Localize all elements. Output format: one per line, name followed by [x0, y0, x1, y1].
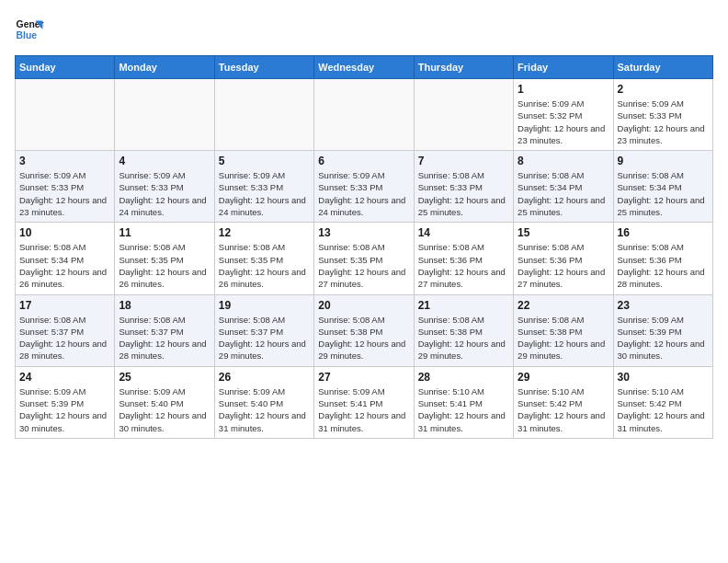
calendar-cell: 30Sunrise: 5:10 AM Sunset: 5:42 PM Dayli…: [613, 366, 712, 438]
day-number: 6: [318, 155, 409, 167]
day-info: Sunrise: 5:08 AM Sunset: 5:35 PM Dayligh…: [318, 241, 409, 290]
calendar-cell: 27Sunrise: 5:09 AM Sunset: 5:41 PM Dayli…: [314, 366, 414, 438]
calendar-week-row: 17Sunrise: 5:08 AM Sunset: 5:37 PM Dayli…: [16, 294, 713, 366]
day-number: 30: [618, 371, 709, 384]
day-info: Sunrise: 5:08 AM Sunset: 5:36 PM Dayligh…: [618, 241, 709, 290]
logo-icon: General Blue: [15, 15, 44, 44]
calendar-cell: 21Sunrise: 5:08 AM Sunset: 5:38 PM Dayli…: [414, 294, 513, 366]
page-header: General Blue: [15, 15, 713, 44]
day-number: 2: [618, 83, 709, 96]
calendar-cell: 14Sunrise: 5:08 AM Sunset: 5:36 PM Dayli…: [414, 223, 513, 294]
day-info: Sunrise: 5:09 AM Sunset: 5:33 PM Dayligh…: [19, 169, 110, 218]
calendar-cell: 22Sunrise: 5:08 AM Sunset: 5:38 PM Dayli…: [514, 294, 613, 366]
day-number: 17: [19, 299, 110, 312]
calendar-cell: [115, 79, 214, 151]
day-info: Sunrise: 5:08 AM Sunset: 5:35 PM Dayligh…: [219, 241, 310, 290]
day-number: 14: [418, 226, 509, 239]
calendar-cell: 8Sunrise: 5:08 AM Sunset: 5:34 PM Daylig…: [514, 151, 613, 223]
calendar-cell: 12Sunrise: 5:08 AM Sunset: 5:35 PM Dayli…: [214, 223, 313, 294]
calendar-cell: 9Sunrise: 5:08 AM Sunset: 5:34 PM Daylig…: [613, 151, 712, 223]
calendar-cell: 19Sunrise: 5:08 AM Sunset: 5:37 PM Dayli…: [214, 294, 313, 366]
calendar-cell: 28Sunrise: 5:10 AM Sunset: 5:41 PM Dayli…: [414, 366, 513, 438]
calendar-cell: 1Sunrise: 5:09 AM Sunset: 5:32 PM Daylig…: [514, 79, 613, 151]
calendar-cell: 11Sunrise: 5:08 AM Sunset: 5:35 PM Dayli…: [115, 223, 214, 294]
calendar-cell: 18Sunrise: 5:08 AM Sunset: 5:37 PM Dayli…: [115, 294, 214, 366]
day-number: 3: [19, 155, 110, 167]
day-number: 15: [518, 226, 609, 239]
day-info: Sunrise: 5:08 AM Sunset: 5:37 PM Dayligh…: [119, 314, 210, 362]
day-info: Sunrise: 5:09 AM Sunset: 5:41 PM Dayligh…: [318, 385, 409, 434]
day-info: Sunrise: 5:09 AM Sunset: 5:39 PM Dayligh…: [618, 314, 709, 362]
day-info: Sunrise: 5:09 AM Sunset: 5:32 PM Dayligh…: [518, 98, 609, 146]
calendar-week-row: 10Sunrise: 5:08 AM Sunset: 5:34 PM Dayli…: [16, 223, 713, 294]
day-info: Sunrise: 5:08 AM Sunset: 5:34 PM Dayligh…: [618, 169, 709, 218]
day-info: Sunrise: 5:08 AM Sunset: 5:38 PM Dayligh…: [318, 314, 409, 362]
day-number: 5: [219, 155, 310, 167]
weekday-header: Wednesday: [314, 56, 414, 79]
day-number: 18: [119, 299, 210, 312]
day-info: Sunrise: 5:09 AM Sunset: 5:33 PM Dayligh…: [618, 98, 709, 146]
calendar-cell: 6Sunrise: 5:09 AM Sunset: 5:33 PM Daylig…: [314, 151, 414, 223]
calendar-cell: [314, 79, 414, 151]
calendar-cell: 17Sunrise: 5:08 AM Sunset: 5:37 PM Dayli…: [16, 294, 115, 366]
day-number: 22: [518, 299, 609, 312]
day-number: 28: [418, 371, 509, 384]
calendar-cell: [16, 79, 115, 151]
calendar-cell: 25Sunrise: 5:09 AM Sunset: 5:40 PM Dayli…: [115, 366, 214, 438]
day-number: 24: [19, 371, 110, 384]
calendar-table: SundayMondayTuesdayWednesdayThursdayFrid…: [15, 55, 713, 439]
calendar-week-row: 24Sunrise: 5:09 AM Sunset: 5:39 PM Dayli…: [16, 366, 713, 438]
calendar-cell: 29Sunrise: 5:10 AM Sunset: 5:42 PM Dayli…: [514, 366, 613, 438]
day-info: Sunrise: 5:09 AM Sunset: 5:40 PM Dayligh…: [119, 385, 210, 434]
calendar-cell: [214, 79, 313, 151]
day-number: 26: [219, 371, 310, 384]
day-info: Sunrise: 5:08 AM Sunset: 5:36 PM Dayligh…: [418, 241, 509, 290]
day-number: 10: [19, 226, 110, 239]
weekday-header: Sunday: [16, 56, 115, 79]
day-number: 13: [318, 226, 409, 239]
day-info: Sunrise: 5:09 AM Sunset: 5:40 PM Dayligh…: [219, 385, 310, 434]
weekday-header: Monday: [115, 56, 214, 79]
weekday-header: Friday: [514, 56, 613, 79]
day-info: Sunrise: 5:08 AM Sunset: 5:34 PM Dayligh…: [518, 169, 609, 218]
day-info: Sunrise: 5:08 AM Sunset: 5:37 PM Dayligh…: [19, 314, 110, 362]
day-number: 29: [518, 371, 609, 384]
calendar-cell: 13Sunrise: 5:08 AM Sunset: 5:35 PM Dayli…: [314, 223, 414, 294]
calendar-cell: 4Sunrise: 5:09 AM Sunset: 5:33 PM Daylig…: [115, 151, 214, 223]
calendar-cell: 3Sunrise: 5:09 AM Sunset: 5:33 PM Daylig…: [16, 151, 115, 223]
calendar-cell: 7Sunrise: 5:08 AM Sunset: 5:33 PM Daylig…: [414, 151, 513, 223]
calendar-week-row: 1Sunrise: 5:09 AM Sunset: 5:32 PM Daylig…: [16, 79, 713, 151]
weekday-header: Saturday: [613, 56, 712, 79]
day-info: Sunrise: 5:08 AM Sunset: 5:35 PM Dayligh…: [119, 241, 210, 290]
day-info: Sunrise: 5:09 AM Sunset: 5:33 PM Dayligh…: [219, 169, 310, 218]
day-info: Sunrise: 5:08 AM Sunset: 5:36 PM Dayligh…: [518, 241, 609, 290]
day-number: 12: [219, 226, 310, 239]
day-number: 23: [618, 299, 709, 312]
day-number: 16: [618, 226, 709, 239]
day-number: 9: [618, 155, 709, 167]
day-number: 11: [119, 226, 210, 239]
day-number: 8: [518, 155, 609, 167]
day-info: Sunrise: 5:10 AM Sunset: 5:42 PM Dayligh…: [618, 385, 709, 434]
day-info: Sunrise: 5:08 AM Sunset: 5:38 PM Dayligh…: [418, 314, 509, 362]
calendar-cell: 20Sunrise: 5:08 AM Sunset: 5:38 PM Dayli…: [314, 294, 414, 366]
logo: General Blue: [15, 15, 44, 44]
calendar-week-row: 3Sunrise: 5:09 AM Sunset: 5:33 PM Daylig…: [16, 151, 713, 223]
calendar-cell: 24Sunrise: 5:09 AM Sunset: 5:39 PM Dayli…: [16, 366, 115, 438]
day-info: Sunrise: 5:08 AM Sunset: 5:38 PM Dayligh…: [518, 314, 609, 362]
calendar-cell: 16Sunrise: 5:08 AM Sunset: 5:36 PM Dayli…: [613, 223, 712, 294]
day-info: Sunrise: 5:09 AM Sunset: 5:33 PM Dayligh…: [318, 169, 409, 218]
day-info: Sunrise: 5:08 AM Sunset: 5:33 PM Dayligh…: [418, 169, 509, 218]
day-number: 4: [119, 155, 210, 167]
weekday-header: Tuesday: [214, 56, 313, 79]
day-number: 25: [119, 371, 210, 384]
day-number: 20: [318, 299, 409, 312]
day-info: Sunrise: 5:09 AM Sunset: 5:39 PM Dayligh…: [19, 385, 110, 434]
day-number: 19: [219, 299, 310, 312]
svg-text:Blue: Blue: [17, 30, 38, 40]
calendar-cell: 2Sunrise: 5:09 AM Sunset: 5:33 PM Daylig…: [613, 79, 712, 151]
day-number: 1: [518, 83, 609, 96]
calendar-header-row: SundayMondayTuesdayWednesdayThursdayFrid…: [16, 56, 713, 79]
day-info: Sunrise: 5:10 AM Sunset: 5:42 PM Dayligh…: [518, 385, 609, 434]
day-info: Sunrise: 5:10 AM Sunset: 5:41 PM Dayligh…: [418, 385, 509, 434]
